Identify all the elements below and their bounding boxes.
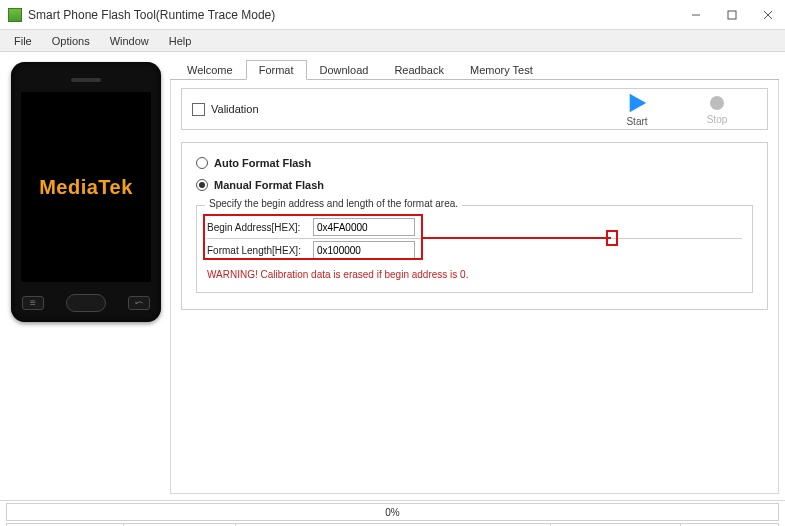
tab-strip: Welcome Format Download Readback Memory …	[170, 58, 779, 80]
radio-manual-format[interactable]	[196, 179, 208, 191]
tab-memory-test[interactable]: Memory Test	[457, 60, 546, 80]
phone-back-button: ⤺	[128, 296, 150, 310]
svg-rect-1	[728, 11, 736, 19]
manual-format-label: Manual Format Flash	[214, 179, 324, 191]
tab-welcome[interactable]: Welcome	[174, 60, 246, 80]
progress-value: 0%	[385, 507, 399, 518]
status-bar: 0% 0 B/s 0 Bytes High Speed 0:00	[0, 500, 785, 526]
close-button[interactable]	[759, 6, 777, 24]
stop-label: Stop	[677, 114, 757, 125]
format-length-input[interactable]	[313, 241, 415, 259]
menu-options[interactable]: Options	[42, 32, 100, 50]
play-icon	[597, 92, 677, 116]
phone-home-button	[66, 294, 106, 312]
begin-address-label: Begin Address[HEX]:	[207, 222, 313, 233]
warning-text: WARNING! Calibration data is erased if b…	[207, 269, 742, 280]
minimize-button[interactable]	[687, 6, 705, 24]
begin-address-input[interactable]	[313, 218, 415, 236]
validation-label: Validation	[211, 103, 259, 115]
phone-brand: MediaTek	[39, 176, 133, 199]
progress-bar: 0%	[6, 503, 779, 521]
format-length-label: Format Length[HEX]:	[207, 245, 313, 256]
phone-graphic: MediaTek ≡ ⤺	[11, 62, 161, 322]
radio-auto-format[interactable]	[196, 157, 208, 169]
menu-help[interactable]: Help	[159, 32, 202, 50]
phone-menu-button: ≡	[22, 296, 44, 310]
stop-icon	[710, 96, 724, 110]
tab-download[interactable]: Download	[307, 60, 382, 80]
start-label: Start	[597, 116, 677, 127]
validation-checkbox[interactable]	[192, 103, 205, 116]
menu-file[interactable]: File	[4, 32, 42, 50]
format-legend: Specify the begin address and length of …	[205, 198, 462, 209]
start-button[interactable]: Start	[597, 92, 677, 127]
stop-button[interactable]: Stop	[677, 94, 757, 125]
tab-format[interactable]: Format	[246, 60, 307, 80]
svg-marker-4	[630, 93, 647, 111]
menu-window[interactable]: Window	[100, 32, 159, 50]
window-title: Smart Phone Flash Tool(Runtime Trace Mod…	[28, 8, 687, 22]
maximize-button[interactable]	[723, 6, 741, 24]
app-icon	[8, 8, 22, 22]
menu-bar: File Options Window Help	[0, 30, 785, 52]
tab-readback[interactable]: Readback	[381, 60, 457, 80]
auto-format-label: Auto Format Flash	[214, 157, 311, 169]
